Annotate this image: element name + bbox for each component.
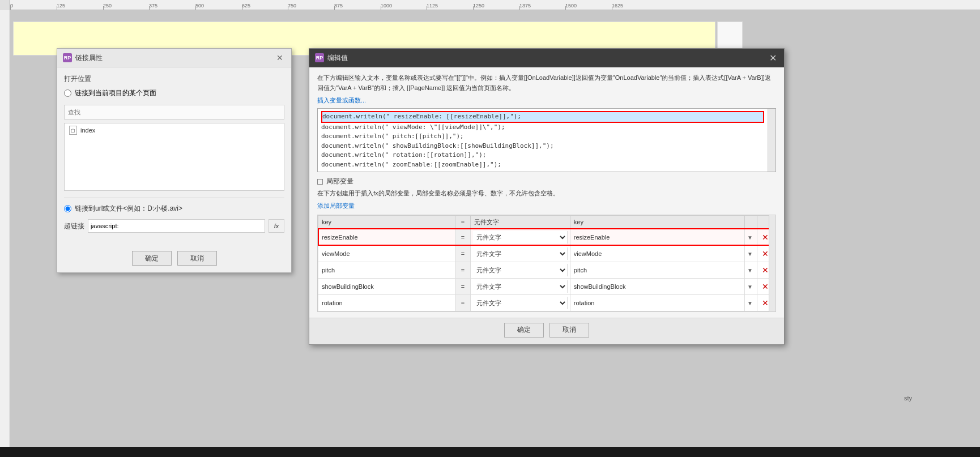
cancel-button[interactable]: 取消 [177,251,217,266]
code-line-1: document.writeln(" resizeEnable: [[resiz… [321,111,764,123]
col-type-header: 元件文字 [470,215,570,229]
key-cell [318,294,455,311]
dialog-edit-title: 编辑值 [327,53,348,63]
sty-label: sty [904,395,912,402]
file-item[interactable]: ▢ index [65,123,284,137]
type-cell: 元件文字 [470,229,570,245]
key-input-2[interactable] [321,247,453,260]
code-line-2: document.writeln(" viewMode: \"[[viewMod… [321,123,764,133]
type-select-3[interactable]: 元件文字 [473,264,568,276]
type-select-4[interactable]: 元件文字 [473,280,568,293]
key-input-3[interactable] [321,264,453,276]
key-input-5[interactable] [321,297,453,309]
hyperlink-input[interactable] [88,219,265,233]
edit-cancel-button[interactable]: 取消 [549,323,589,338]
value-cell [570,278,744,294]
file-item-name: index [80,127,95,134]
insert-variable-link[interactable]: 插入变量或函数... [317,96,776,105]
type-select-5[interactable]: 元件文字 [473,297,568,309]
section-local-vars: 局部变量 [317,177,776,186]
code-editor-wrapper: document.writeln(" resizeEnable: [[resiz… [317,108,776,172]
dialog-edit-footer: 确定 取消 [309,318,784,344]
value-input-1[interactable] [573,231,742,244]
type-select-2[interactable]: 元件文字 [473,247,568,260]
table-row: = 元件文字 ▼ ✕ [318,262,776,278]
dialog-edit-titlebar[interactable]: RP 编辑值 ✕ [309,49,784,67]
open-position-label: 打开位置 [64,74,284,84]
dialog-link: RP 链接属性 ✕ 打开位置 链接到当前项目的某个页面 ▢ index 链接到u… [57,48,292,273]
dialog-link-close-button[interactable]: ✕ [274,52,286,63]
radio-link-to-url[interactable] [64,205,71,212]
fx-button[interactable]: fx [269,219,284,233]
table-row: = 元件文字 ▼ ✕ [318,245,776,262]
edit-confirm-button[interactable]: 确定 [504,323,544,338]
dropdown-arrow-5[interactable]: ▼ [747,300,753,306]
dialog-edit-close-button[interactable]: ✕ [767,52,778,63]
table-scrollbar[interactable] [769,215,776,311]
dropdown-arrow-2[interactable]: ▼ [747,251,753,257]
value-input-2[interactable] [573,247,742,260]
ruler-marks: 0 125 250 375 500 625 750 875 1000 1125 … [10,0,980,10]
ruler-mark: 125 [57,0,65,10]
type-cell: 元件文字 [470,245,570,262]
dialog-link-titlebar[interactable]: RP 链接属性 ✕ [57,49,291,67]
type-cell: 元件文字 [470,262,570,278]
key-cell [318,229,455,245]
variable-table-wrapper: key = 元件文字 key = [317,215,776,312]
value-cell [570,229,744,245]
dialog-link-body: 打开位置 链接到当前项目的某个页面 ▢ index 链接到url或文件<例如：D… [57,67,291,246]
ruler-mark: 1625 [612,0,623,10]
code-line-5: document.writeln(" rotation:[[rotation]]… [321,151,764,160]
radio-link-to-page-group: 链接到当前项目的某个页面 [64,88,284,98]
key-cell [318,245,455,262]
equals-cell: = [455,278,470,294]
dialog-link-icon: RP [63,53,72,62]
ruler-mark: 1125 [427,0,438,10]
table-row: = 元件文字 ▼ ✕ [318,294,776,311]
add-local-var-link[interactable]: 添加局部变量 [317,202,776,210]
value-cell [570,262,744,278]
key-cell [318,278,455,294]
dialog-link-title: 链接属性 [75,53,103,63]
hyperlink-row: 超链接 fx [64,219,284,233]
dropdown-cell: ▼ [745,245,757,262]
ruler-mark: 250 [103,0,112,10]
value-cell [570,294,744,311]
ruler-mark: 500 [195,0,204,10]
radio-url-group: 链接到url或文件<例如：D:小楼.avi> [64,204,284,213]
col-dropdown-header [745,215,757,229]
col-key-header: key [318,215,455,229]
page-search-input[interactable] [64,105,284,119]
key-input-4[interactable] [321,280,453,293]
description-text: 在下方编辑区输入文本，变量名称或表达式要写在"[["]]"中。例如：插入变量[[… [317,73,776,93]
key-input-1[interactable] [321,231,453,244]
radio-link-to-page[interactable] [64,89,71,97]
type-select-1[interactable]: 元件文字 [473,231,568,244]
code-scrollbar[interactable] [768,109,776,172]
ruler-mark: 1375 [519,0,531,10]
local-var-desc: 在下方创建用于插入fx的局部变量，局部变量名称必须是字母、数字，不允许包含空格。 [317,189,776,198]
confirm-button[interactable]: 确定 [132,251,172,266]
value-input-3[interactable] [573,264,742,276]
value-input-5[interactable] [573,297,742,309]
dropdown-arrow-4[interactable]: ▼ [747,284,753,290]
file-list[interactable]: ▢ index [64,123,284,191]
hyperlink-label: 超链接 [64,221,84,231]
separator [64,198,284,198]
ruler-left [0,10,10,447]
radio-link-to-page-label: 链接到当前项目的某个页面 [75,88,156,98]
dropdown-arrow-1[interactable]: ▼ [747,234,753,241]
code-line-3: document.writeln(" pitch:[[pitch]],"); [321,132,764,142]
dialog-edit: RP 编辑值 ✕ 在下方编辑区输入文本，变量名称或表达式要写在"[["]]"中。… [309,48,785,345]
table-row: = 元件文字 ▼ ✕ [318,229,776,245]
equals-cell: = [455,229,470,245]
code-editor[interactable]: document.writeln(" resizeEnable: [[resiz… [318,109,768,172]
table-header-row: key = 元件文字 key [318,215,776,229]
type-cell: 元件文字 [470,294,570,311]
value-input-4[interactable] [573,280,742,293]
value-cell [570,245,744,262]
dropdown-arrow-3[interactable]: ▼ [747,267,753,274]
dropdown-cell: ▼ [745,262,757,278]
ruler-mark: 1500 [565,0,577,10]
edit-body: 在下方编辑区输入文本，变量名称或表达式要写在"[["]]"中。例如：插入变量[[… [309,67,784,318]
